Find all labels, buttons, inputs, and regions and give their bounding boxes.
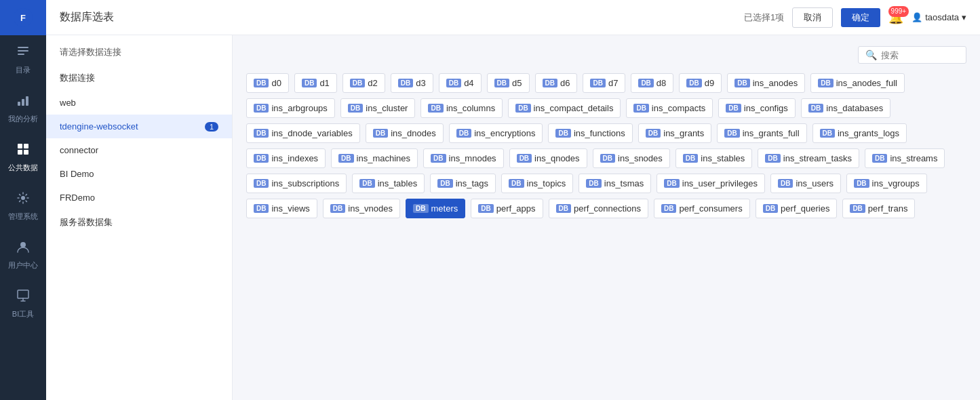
db-tag-ins_dnode_variables[interactable]: DBins_dnode_variables [246, 123, 360, 143]
nav-item-bi-demo[interactable]: BI Demo [46, 162, 232, 186]
db-tag-ins_encryptions[interactable]: DBins_encryptions [449, 123, 543, 143]
db-tag-ins_subscriptions[interactable]: DBins_subscriptions [246, 174, 347, 193]
db-tag-d7[interactable]: DBd7 [583, 73, 625, 93]
notification-badge: 999+ [888, 6, 909, 17]
user-avatar-icon: 👤 [912, 12, 922, 22]
db-tag-perf_apps[interactable]: DBperf_apps [471, 199, 543, 218]
sidebar-item-analysis[interactable]: 我的分析 [0, 84, 46, 133]
sidebar-item-user-center[interactable]: 用户中心 [0, 231, 46, 279]
svg-rect-7 [26, 96, 28, 106]
db-tag-d0[interactable]: DBd0 [246, 73, 289, 93]
db-tag-perf_connections[interactable]: DBperf_connections [549, 199, 648, 218]
notification-button[interactable]: 🔔 999+ [888, 10, 903, 25]
confirm-button[interactable]: 确定 [841, 8, 880, 27]
db-tag-label: ins_mnodes [449, 153, 496, 163]
db-tag-ins_columns[interactable]: DBins_columns [420, 98, 503, 118]
db-tag-ins_tsmas[interactable]: DBins_tsmas [579, 174, 651, 193]
db-tag-label: ins_views [271, 203, 309, 214]
db-tag-d4[interactable]: DBd4 [439, 73, 482, 93]
user-menu[interactable]: 👤 taosdata ▾ [912, 12, 966, 22]
db-tag-label: ins_columns [446, 103, 495, 113]
db-tag-ins_tables[interactable]: DBins_tables [352, 174, 425, 193]
db-tag-ins_anodes[interactable]: DBins_anodes [727, 73, 805, 93]
db-tag-ins_machines[interactable]: DBins_machines [331, 148, 418, 168]
db-icon: DB [734, 79, 749, 87]
db-icon: DB [437, 179, 452, 188]
db-icon: DB [600, 154, 615, 163]
db-tag-ins_functions[interactable]: DBins_functions [548, 123, 632, 143]
db-tag-ins_user_privileges[interactable]: DBins_user_privileges [656, 174, 765, 193]
db-tag-ins_users[interactable]: DBins_users [770, 174, 841, 193]
db-tag-ins_vgroups[interactable]: DBins_vgroups [846, 174, 927, 193]
sidebar-item-catalog[interactable]: 目录 [0, 35, 46, 84]
db-icon: DB [854, 179, 869, 188]
db-tag-ins_grants_full[interactable]: DBins_grants_full [717, 123, 806, 143]
db-tag-ins_grants_logs[interactable]: DBins_grants_logs [812, 123, 907, 143]
db-tag-ins_configs[interactable]: DBins_configs [718, 98, 796, 118]
db-tag-ins_cluster[interactable]: DBins_cluster [340, 98, 416, 118]
svg-rect-4 [18, 54, 24, 55]
selection-count: 已选择1项 [744, 12, 784, 24]
db-tag-ins_dnodes[interactable]: DBins_dnodes [366, 123, 444, 143]
db-tag-ins_streams[interactable]: DBins_streams [865, 148, 945, 168]
db-tag-d9[interactable]: DBd9 [679, 73, 722, 93]
cancel-button[interactable]: 取消 [792, 7, 833, 28]
nav-item-server-dataset[interactable]: 服务器数据集 [46, 209, 232, 235]
db-tag-meters[interactable]: DBmeters [406, 199, 465, 218]
db-tag-label: ins_tags [456, 178, 488, 188]
db-tag-ins_mnodes[interactable]: DBins_mnodes [423, 148, 504, 168]
db-tag-d8[interactable]: DBd8 [631, 73, 673, 93]
db-icon: DB [683, 154, 698, 163]
nav-item-frdemo[interactable]: FRDemo [46, 186, 232, 209]
db-tag-label: ins_functions [574, 128, 625, 138]
db-icon: DB [590, 79, 605, 87]
db-tag-ins_compact_details[interactable]: DBins_compact_details [508, 98, 621, 118]
db-tag-ins_qnodes[interactable]: DBins_qnodes [509, 148, 587, 168]
db-tag-ins_views[interactable]: DBins_views [246, 199, 317, 218]
search-icon: 🔍 [865, 49, 877, 60]
db-tag-ins_topics[interactable]: DBins_topics [501, 174, 573, 193]
db-icon: DB [818, 79, 833, 87]
db-tag-ins_databases[interactable]: DBins_databases [801, 98, 890, 118]
db-icon: DB [664, 179, 679, 188]
app-logo[interactable]: F [0, 0, 46, 35]
db-tag-ins_grants[interactable]: DBins_grants [638, 123, 711, 143]
db-tag-d3[interactable]: DBd3 [391, 73, 433, 93]
db-tag-d6[interactable]: DBd6 [535, 73, 578, 93]
sidebar-item-bi-tools[interactable]: BI工具 [0, 279, 46, 328]
main-area: 数据库选表 已选择1项 取消 确定 🔔 999+ 👤 taosdata ▾ 请选… [46, 0, 980, 400]
svg-rect-14 [18, 290, 28, 298]
search-input[interactable] [881, 50, 959, 60]
db-tag-ins_anodes_full[interactable]: DBins_anodes_full [810, 73, 905, 93]
db-tag-perf_consumers[interactable]: DBperf_consumers [654, 199, 750, 218]
username: taosdata [925, 12, 959, 22]
db-tag-label: perf_connections [574, 203, 641, 214]
db-tag-ins_tags[interactable]: DBins_tags [430, 174, 496, 193]
db-tag-ins_indexes[interactable]: DBins_indexes [246, 148, 326, 168]
db-tag-ins_compacts[interactable]: DBins_compacts [626, 98, 713, 118]
header-right: 已选择1项 取消 确定 🔔 999+ 👤 taosdata ▾ [744, 7, 966, 28]
db-tag-ins_snodes[interactable]: DBins_snodes [593, 148, 670, 168]
sidebar-item-manage[interactable]: 管理系统 [0, 182, 46, 231]
db-tag-label: perf_queries [781, 203, 829, 214]
sidebar-item-public-data[interactable]: 公共数据 [0, 133, 46, 182]
nav-item-connector[interactable]: connector [46, 138, 232, 162]
db-tag-ins_arbgroups[interactable]: DBins_arbgroups [246, 98, 335, 118]
db-tag-ins_stables[interactable]: DBins_stables [675, 148, 753, 168]
nav-item-data-connection[interactable]: 数据连接 [46, 65, 232, 91]
db-tag-ins_vnodes[interactable]: DBins_vnodes [323, 199, 400, 218]
svg-rect-6 [22, 99, 24, 106]
db-tag-ins_stream_tasks[interactable]: DBins_stream_tasks [758, 148, 859, 168]
db-tag-perf_trans[interactable]: DBperf_trans [842, 199, 915, 218]
nav-item-web[interactable]: web [46, 91, 232, 115]
svg-text:F: F [20, 13, 26, 23]
sidebar: F 目录 我的分析 公共数据 管理系统 用户中心 BI [0, 0, 46, 400]
search-input-wrap[interactable]: 🔍 [858, 46, 966, 64]
db-tag-d2[interactable]: DBd2 [342, 73, 385, 93]
db-tag-d1[interactable]: DBd1 [294, 73, 337, 93]
db-tag-d5[interactable]: DBd5 [487, 73, 530, 93]
nav-item-tdengine-websocket[interactable]: tdengine-websocket 1 [46, 115, 232, 138]
db-icon: DB [517, 154, 532, 163]
db-icon: DB [778, 179, 793, 188]
db-tag-perf_queries[interactable]: DBperf_queries [756, 199, 838, 218]
